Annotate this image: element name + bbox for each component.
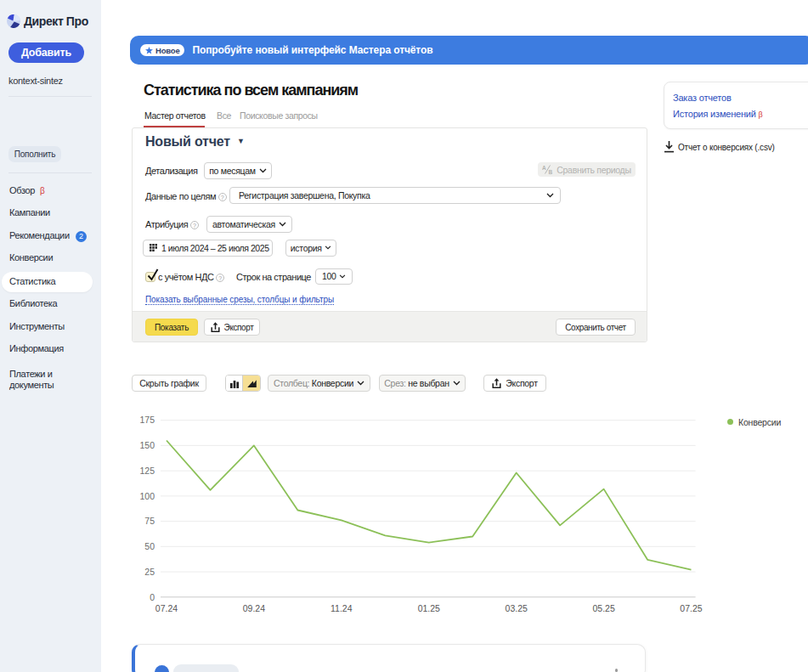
svg-text:75: 75 [144,516,155,526]
svg-text:11.24: 11.24 [331,603,353,613]
svg-text:50: 50 [144,541,155,551]
svg-text:125: 125 [139,466,155,476]
svg-text:A: A [542,165,546,171]
svg-text:09.24: 09.24 [243,603,265,613]
svg-text:07.24: 07.24 [155,603,178,613]
svg-text:100: 100 [139,491,155,501]
svg-text:25: 25 [144,567,155,577]
svg-text:150: 150 [139,440,155,450]
svg-text:07.25: 07.25 [680,603,702,613]
svg-text:01.25: 01.25 [418,603,440,613]
svg-text:175: 175 [139,415,155,425]
svg-text:B: B [549,169,553,174]
svg-text:05.25: 05.25 [592,603,614,613]
svg-text:03.25: 03.25 [506,603,528,613]
svg-text:0: 0 [150,592,155,602]
